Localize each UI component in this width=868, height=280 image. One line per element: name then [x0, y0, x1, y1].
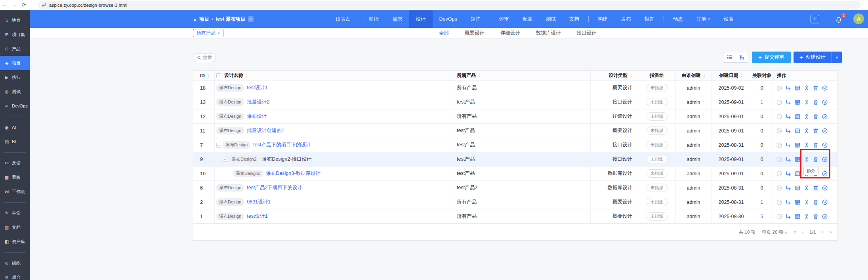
sidebar-item[interactable]: ▶ 执行: [0, 70, 30, 84]
linked-objects-count[interactable]: 0: [761, 114, 763, 119]
breadcrumb-section[interactable]: 项目: [199, 16, 209, 23]
main-menu-item[interactable]: 报告: [638, 10, 661, 28]
review-circle-icon[interactable]: [822, 185, 828, 191]
linked-objects-count[interactable]: 0: [761, 185, 763, 191]
table-row[interactable]: 10 瀑布Design3 瀑布Design3-数据库设计 test产品 数据库设…: [193, 167, 837, 181]
create-design-caret-button[interactable]: ∨: [832, 52, 842, 63]
tree-view-button[interactable]: [736, 52, 748, 62]
breadcrumb[interactable]: ▲ 项目 › test 瀑布项目 ∨: [193, 10, 254, 28]
sidebar-item[interactable]: ◎ 测试: [0, 84, 30, 99]
sidebar-item[interactable]: ⊞ 项目集: [0, 27, 30, 42]
collapse-all-toggle[interactable]: −: [216, 73, 221, 78]
sidebar-item[interactable]: ⊕ 组织: [0, 256, 30, 270]
delete-icon[interactable]: [813, 185, 819, 191]
design-name-link[interactable]: 瀑布Design2-接口设计: [262, 156, 311, 163]
table-row[interactable]: 1 瀑布Design test设计1 所有产品 概要设计 未指派 admin 2…: [193, 209, 837, 224]
sort-icon[interactable]: ▲▼: [478, 74, 481, 77]
table-row[interactable]: 11 瀑布Design 批量设计创建的1 test产品 概要设计 未指派 adm…: [193, 124, 837, 138]
form-icon[interactable]: [794, 156, 801, 163]
split-icon[interactable]: [803, 199, 810, 205]
sort-icon[interactable]: ▲▼: [703, 74, 706, 77]
delete-icon[interactable]: [813, 113, 819, 120]
review-circle-icon[interactable]: [822, 128, 828, 134]
main-menu-item[interactable]: 矩阵: [464, 10, 487, 28]
split-icon[interactable]: [803, 185, 810, 191]
table-row[interactable]: 7 − 瀑布Design test产品下的项目下的设计 test产品 接口设计 …: [193, 138, 837, 152]
sidebar-item[interactable]: ∞ DevOps: [0, 99, 30, 113]
sidebar-item[interactable]: ⚙ 后台: [0, 270, 30, 280]
design-type-tab[interactable]: 全部: [439, 30, 449, 36]
browser-address-bar[interactable]: aspice.zy.oop.cc/design-browse-3.html: [38, 1, 861, 9]
column-header[interactable]: 由谁创建 ▲▼: [676, 71, 712, 81]
product-filter-dropdown[interactable]: 所有产品 ∨: [193, 29, 223, 37]
column-header[interactable]: 所属产品 ▲▼: [452, 71, 591, 81]
user-avatar[interactable]: A: [853, 13, 864, 24]
transfer-icon[interactable]: [785, 213, 792, 220]
table-row[interactable]: 18 瀑布Design test设计1 所有产品 概要设计 未指派 admin …: [193, 81, 837, 95]
transfer-icon[interactable]: [785, 156, 792, 163]
sort-icon[interactable]: ▲▼: [741, 74, 743, 77]
linked-objects-count[interactable]: 0: [761, 142, 763, 148]
transfer-icon[interactable]: [785, 185, 792, 191]
form-icon[interactable]: [794, 99, 801, 105]
column-header[interactable]: 设计类型 ▲▼: [591, 71, 638, 81]
linked-objects-count[interactable]: 0: [761, 157, 763, 162]
design-name-link[interactable]: test设计1: [247, 213, 267, 220]
design-name-link[interactable]: test设计1: [247, 84, 267, 91]
review-circle-icon[interactable]: [822, 113, 828, 120]
main-menu-item[interactable]: 测试: [539, 10, 563, 28]
main-menu-item[interactable]: 仪表盘: [329, 10, 357, 28]
design-name-link[interactable]: test产品下的项目下的设计: [253, 142, 311, 148]
linked-objects-count[interactable]: 1: [761, 199, 763, 205]
transfer-icon[interactable]: [785, 128, 792, 134]
browser-forward-icon[interactable]: →: [10, 2, 19, 8]
collapse-toggle[interactable]: −: [223, 157, 227, 162]
form-icon[interactable]: [794, 113, 801, 120]
transfer-icon[interactable]: [785, 199, 792, 205]
review-circle-icon[interactable]: [822, 199, 828, 205]
main-menu-item[interactable]: 其他 ∨: [690, 10, 717, 28]
split-icon[interactable]: [803, 213, 810, 220]
main-menu-item[interactable]: 文档: [563, 10, 586, 28]
main-menu-item[interactable]: DevOps: [433, 10, 464, 28]
split-icon[interactable]: [803, 113, 810, 120]
form-icon[interactable]: [794, 142, 801, 148]
linked-objects-count[interactable]: 5: [761, 214, 763, 219]
sidebar-item[interactable]: ◈ 项目: [0, 56, 30, 70]
design-type-tab[interactable]: 接口设计: [577, 30, 597, 36]
main-menu-item[interactable]: 构建: [591, 10, 614, 28]
main-menu-item[interactable]: 需求: [386, 10, 409, 28]
last-page-button[interactable]: »: [829, 229, 832, 235]
design-type-tab[interactable]: 概要设计: [465, 30, 485, 36]
review-circle-icon[interactable]: [822, 213, 828, 220]
sidebar-item[interactable]: ⋈ 工作流: [0, 184, 30, 199]
delete-icon[interactable]: [813, 199, 819, 205]
table-row[interactable]: 2 瀑布Design 0831设计1 所有产品 概要设计 未指派 admin 2…: [193, 195, 837, 209]
split-icon[interactable]: [803, 128, 810, 134]
form-icon[interactable]: [794, 85, 801, 91]
form-icon[interactable]: [794, 199, 801, 205]
table-row[interactable]: 6 瀑布Design test产品2下项目下的设计 test产品2 数据库设计 …: [193, 181, 837, 195]
column-header[interactable]: ID ▲▼: [193, 71, 215, 81]
sort-icon[interactable]: ▲▼: [246, 74, 248, 77]
sidebar-item[interactable]: ▦ 看板: [0, 170, 30, 184]
quick-add-button[interactable]: +: [811, 15, 819, 23]
split-icon[interactable]: [803, 85, 810, 91]
notifications-button[interactable]: 2: [834, 14, 843, 24]
linked-objects-count[interactable]: 1: [761, 100, 763, 105]
linked-objects-count[interactable]: 0: [761, 171, 763, 176]
delete-icon[interactable]: [813, 156, 819, 163]
transfer-icon[interactable]: [785, 113, 792, 120]
review-circle-icon[interactable]: [822, 156, 828, 163]
main-menu-item[interactable]: 设置: [717, 10, 740, 28]
sort-icon[interactable]: ▲▼: [630, 74, 632, 77]
column-header[interactable]: − 设计名称 ▲▼: [215, 71, 452, 81]
split-icon[interactable]: [803, 142, 810, 148]
collapse-toggle[interactable]: −: [216, 143, 221, 148]
browser-back-icon[interactable]: ←: [0, 2, 10, 8]
review-circle-icon[interactable]: [822, 99, 828, 105]
delete-icon[interactable]: [813, 142, 819, 148]
main-menu-item[interactable]: 设计: [409, 10, 433, 28]
main-menu-item[interactable]: 发布: [614, 10, 638, 28]
main-menu-item[interactable]: 配置: [516, 10, 539, 28]
